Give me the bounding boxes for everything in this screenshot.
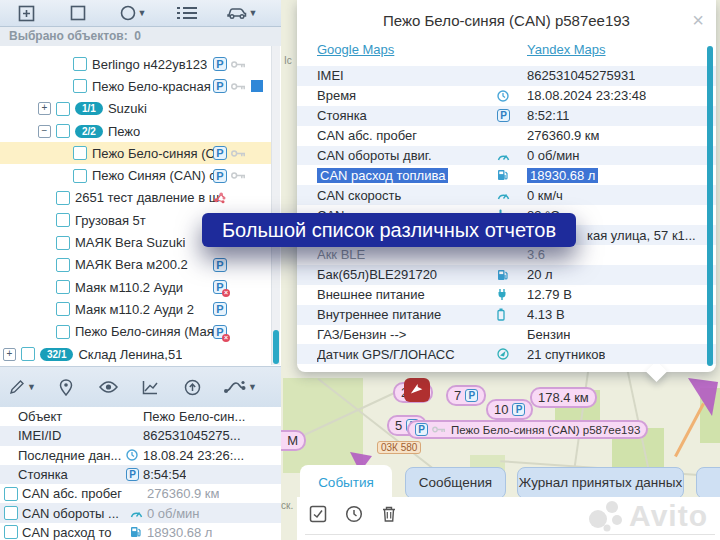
location-pin-icon[interactable] bbox=[45, 374, 87, 400]
tab-partial[interactable] bbox=[696, 467, 720, 499]
unit-list-item[interactable]: Пежо Бело-краснаяP bbox=[0, 75, 272, 97]
unit-label[interactable]: Пежо Синяя (CAN) с bbox=[92, 168, 216, 183]
yandex-maps-link[interactable]: Yandex Maps bbox=[527, 42, 606, 57]
direction-marker-icon[interactable] bbox=[404, 378, 430, 402]
unit-label[interactable]: Пежо bbox=[108, 124, 140, 139]
unit-checkbox[interactable] bbox=[56, 280, 70, 294]
sensor-checkbox[interactable] bbox=[4, 506, 18, 520]
eye-icon[interactable] bbox=[87, 374, 129, 400]
unit-detail-row: СтоянкаP8:54:54 bbox=[0, 465, 281, 484]
unit-checkbox[interactable] bbox=[73, 146, 87, 160]
unit-checkbox[interactable] bbox=[56, 302, 70, 316]
card-row[interactable]: CAN абс. пробег276360.9 км bbox=[297, 126, 716, 146]
tab-messages[interactable]: Сообщения bbox=[405, 467, 506, 499]
unit-label[interactable]: Склад Ленина,51 bbox=[78, 347, 182, 362]
card-row[interactable]: СтоянкаP8:52:11 bbox=[297, 106, 716, 126]
unit-list-item[interactable]: Маяк м110.2 Ауди 2P bbox=[0, 298, 272, 320]
tab-events[interactable]: События bbox=[300, 465, 392, 500]
card-row[interactable]: Бак(65л)BLE29172020 л bbox=[297, 265, 716, 285]
unit-list-item[interactable]: 2651 тест давление в ш bbox=[0, 187, 272, 209]
card-row[interactable]: Внутреннее питание4.13 В bbox=[297, 305, 716, 325]
unit-list-item[interactable]: Berlingo н422ув123P bbox=[0, 53, 272, 75]
card-row[interactable]: IMEI862531045275931 bbox=[297, 66, 716, 86]
unit-checkbox[interactable] bbox=[73, 57, 87, 71]
card-row[interactable]: Внешнее питание12.79 В bbox=[297, 285, 716, 305]
plug-icon bbox=[497, 288, 507, 301]
card-scrollbar[interactable] bbox=[707, 46, 713, 366]
card-row[interactable]: Время18.08.2024 23:23:48 bbox=[297, 86, 716, 106]
card-row[interactable]: CAN расход топлива18930.68 л bbox=[297, 165, 716, 185]
scrollbar-thumb[interactable] bbox=[273, 330, 279, 364]
google-maps-link[interactable]: Google Maps bbox=[317, 42, 394, 64]
card-row-value: 276360.9 км bbox=[527, 128, 599, 143]
unit-label[interactable]: МАЯК Вега Suzuki bbox=[75, 235, 185, 250]
unit-list-item[interactable]: Маяк м110.2 АудиP bbox=[0, 276, 272, 298]
unit-checkbox[interactable] bbox=[56, 191, 70, 205]
chart-icon[interactable] bbox=[129, 374, 171, 400]
edit-dropdown-icon[interactable]: ▼ bbox=[0, 374, 45, 400]
map-distance-pill[interactable]: 178.4 км bbox=[530, 387, 597, 408]
unit-checkbox[interactable] bbox=[56, 124, 70, 138]
unit-label[interactable]: Suzuki bbox=[108, 101, 147, 116]
parking-badge: P bbox=[465, 389, 478, 402]
clock-icon bbox=[126, 449, 138, 461]
sensor-checkbox[interactable] bbox=[4, 525, 18, 539]
card-row-label: ГАЗ/Бензин --> bbox=[317, 327, 497, 342]
unit-label[interactable]: МАЯК Вега м200.2 bbox=[75, 257, 188, 272]
unit-list-item[interactable]: +1/1Suzuki bbox=[0, 98, 272, 120]
route-dropdown-icon[interactable]: ▼ bbox=[213, 374, 268, 400]
select-checkbox-icon[interactable] bbox=[309, 505, 327, 523]
upload-icon[interactable] bbox=[171, 374, 213, 400]
unit-label[interactable]: Маяк м110.2 Ауди bbox=[75, 280, 183, 295]
unit-label[interactable]: 2651 тест давление в ш bbox=[75, 190, 219, 205]
map-cluster-pill[interactable]: 7 P bbox=[446, 385, 486, 406]
card-row[interactable]: ГАЗ/Бензин -->Бензин bbox=[297, 325, 716, 345]
expand-icon[interactable]: + bbox=[38, 102, 51, 115]
trash-icon[interactable] bbox=[381, 505, 397, 523]
unit-checkbox[interactable] bbox=[56, 102, 70, 116]
unit-list-item[interactable]: Пежо Синяя (CAN) сP bbox=[0, 164, 272, 186]
unit-list-item[interactable]: Пежо Бело-синяя (СP bbox=[0, 142, 272, 164]
card-row-value: 20 л bbox=[527, 267, 553, 282]
card-row[interactable]: Акк BLE3.6 bbox=[297, 245, 716, 265]
divider bbox=[305, 534, 715, 535]
unit-list-item[interactable]: Пежо Бело-синяя (МаяP bbox=[0, 321, 272, 343]
unit-label[interactable]: Пежо Бело-синяя (Мая bbox=[75, 324, 214, 339]
collapse-icon[interactable]: − bbox=[38, 125, 51, 138]
unit-checkbox[interactable] bbox=[73, 169, 87, 183]
card-row[interactable]: Датчик GPS/ГЛОНАСС21 спутников bbox=[297, 344, 716, 364]
unit-label[interactable]: Грузовая 5т bbox=[75, 213, 146, 228]
card-row[interactable]: CAN обороты двиг.0 об/мин bbox=[297, 146, 716, 166]
map-unit-pill[interactable]: P Пежо Бело-синяя (CAN) p587ee193 bbox=[407, 420, 648, 439]
interval-clock-icon[interactable] bbox=[345, 505, 363, 523]
key-icon bbox=[231, 149, 247, 158]
unit-checkbox[interactable] bbox=[56, 325, 70, 339]
add-square-icon[interactable] bbox=[0, 0, 52, 26]
tab-journal[interactable]: Журнал принятых данных bbox=[517, 467, 684, 499]
car-dropdown-icon[interactable]: ▼ bbox=[212, 0, 272, 26]
unit-checkbox[interactable] bbox=[56, 213, 70, 227]
unit-label[interactable]: Пежо Бело-синяя (С bbox=[92, 146, 215, 161]
unit-list-item[interactable]: −2/2Пежо bbox=[0, 120, 272, 142]
expand-icon[interactable]: + bbox=[3, 348, 16, 361]
card-row-label: CAN абс. пробег bbox=[317, 128, 497, 143]
sidebar-scrollbar[interactable] bbox=[271, 46, 280, 365]
unit-checkbox[interactable] bbox=[73, 79, 87, 93]
unit-list-item[interactable]: МАЯК Вега м200.2P bbox=[0, 254, 272, 276]
card-row-value: 0 об/мин bbox=[527, 148, 580, 163]
list-icon[interactable] bbox=[162, 0, 212, 26]
circle-dropdown-icon[interactable]: ▼ bbox=[104, 0, 162, 26]
card-row[interactable]: CAN скорость0 км/ч bbox=[297, 185, 716, 205]
unit-label[interactable]: Маяк м110.2 Ауди 2 bbox=[75, 302, 194, 317]
square-icon[interactable] bbox=[52, 0, 104, 26]
unit-checkbox[interactable] bbox=[21, 347, 35, 361]
map-cluster-pill[interactable]: 10 P bbox=[486, 399, 533, 420]
unit-checkbox[interactable] bbox=[56, 258, 70, 272]
unit-label[interactable]: Berlingo н422ув123 bbox=[92, 57, 207, 72]
sensor-checkbox[interactable] bbox=[4, 487, 18, 501]
close-icon[interactable]: × bbox=[692, 10, 704, 30]
unit-label[interactable]: Пежо Бело-красная bbox=[92, 79, 211, 94]
unit-checkbox[interactable] bbox=[56, 236, 70, 250]
unit-list-item[interactable]: +32/1Склад Ленина,51 bbox=[0, 343, 272, 365]
cluster-count: 10 bbox=[494, 402, 508, 417]
